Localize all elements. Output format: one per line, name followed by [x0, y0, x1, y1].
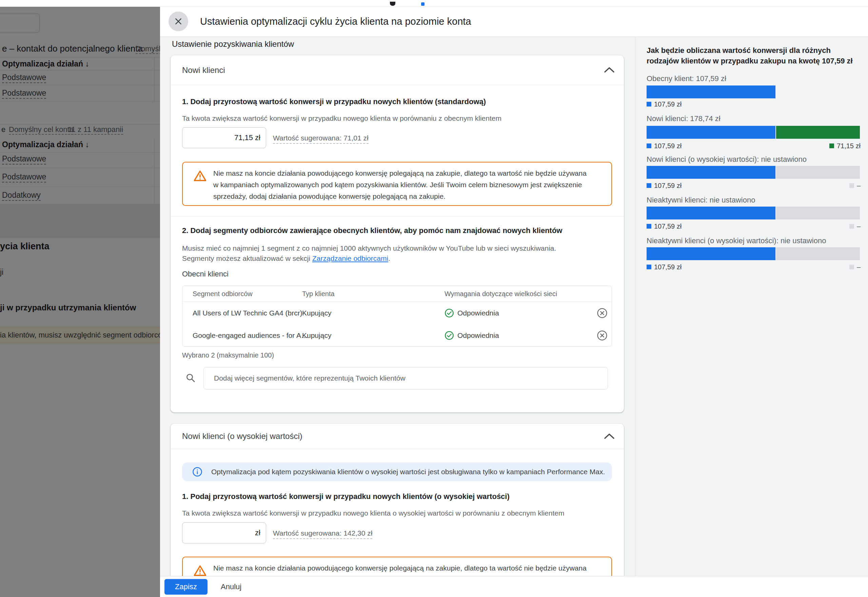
content-sidebar-divider — [635, 37, 635, 576]
table-row: All Users of LW Technic GA4 (brcr) Kupuj… — [182, 302, 612, 324]
hv-value-input[interactable]: zł — [182, 522, 266, 544]
bar-segment — [647, 126, 775, 139]
acquisition-section-heading: Ustawienie pozyskiwania klientów — [172, 39, 294, 49]
collapse-button[interactable] — [603, 65, 616, 75]
legend-value: 107,59 zł — [654, 263, 681, 271]
step2-description-period: . — [388, 254, 390, 262]
save-button[interactable]: Zapisz — [164, 579, 207, 595]
lifecycle-settings-dialog: Ustawienia optymalizacji cyklu życia kli… — [160, 6, 868, 597]
bar-segment — [647, 247, 775, 260]
col-header-network: Wymagania dotyczące wielkości sieci — [444, 286, 557, 302]
divider — [170, 85, 624, 85]
chevron-up-icon — [604, 433, 615, 440]
legend-swatch — [849, 264, 854, 269]
legend-value: – — [857, 182, 861, 190]
bar-segment — [647, 86, 775, 98]
sidebar-title: Jak będzie obliczana wartość konwersji d… — [647, 45, 859, 66]
legend-swatch — [647, 144, 651, 148]
conversion-value: 71,15 zł — [234, 128, 261, 148]
card-new-customers: Nowi klienci 1. Dodaj przyrostową wartoś… — [170, 55, 624, 413]
chart-label: Nowi klienci: 178,74 zł — [647, 114, 720, 123]
status-text: Odpowiednia — [458, 302, 499, 324]
legend-value: 107,59 zł — [654, 142, 681, 150]
card-title: Nowi klienci — [182, 55, 225, 85]
remove-icon — [597, 307, 607, 319]
segment-name: Google-engaged audiences - for A… — [193, 324, 308, 347]
section-divider — [170, 216, 624, 217]
search-icon — [185, 373, 196, 383]
chart-bar — [647, 166, 861, 179]
check-circle-icon — [444, 331, 454, 340]
manage-audiences-link[interactable]: Zarządzanie odbiorcami — [312, 254, 388, 262]
legend-swatch — [647, 264, 651, 269]
bar-segment — [776, 166, 860, 179]
network-status: Odpowiednia — [444, 302, 499, 324]
bar-segment — [776, 126, 860, 139]
customer-type: Kupujący — [302, 324, 331, 347]
legend-swatch — [849, 183, 854, 188]
hv-step1-title: 1. Podaj przyrostową wartość konwersji w… — [182, 492, 510, 501]
divider — [170, 449, 624, 449]
status-text: Odpowiednia — [458, 324, 499, 347]
legend-swatch — [849, 224, 854, 229]
warning-banner: Nie masz na koncie działania powodująceg… — [182, 162, 612, 206]
chevron-up-icon — [604, 67, 615, 73]
legend-swatch — [647, 183, 651, 188]
currency-suffix: zł — [255, 523, 261, 543]
chart-label: Nowi klienci (o wysokiej wartości): nie … — [647, 155, 807, 164]
bar-segment — [776, 206, 860, 220]
customer-type: Kupujący — [302, 302, 331, 324]
chart-legend: 107,59 zł – — [647, 223, 861, 230]
collapse-button[interactable] — [603, 431, 616, 441]
warning-icon — [194, 565, 206, 576]
cancel-button[interactable]: Anuluj — [216, 579, 246, 595]
step2-title: 2. Dodaj segmenty odbiorców zawierające … — [182, 226, 562, 235]
card-title: Nowi klienci (o wysokiej wartości) — [182, 424, 302, 449]
info-banner: Optymalizacja pod kątem pozyskiwania kli… — [182, 462, 612, 481]
background-page: e – kontakt do potencjalnego klienta Dom… — [0, 6, 160, 597]
col-header-segment: Segment odbiorców — [193, 286, 253, 302]
clipped-text-fragment — [390, 2, 395, 6]
hv-suggested-value-link[interactable]: Wartość sugerowana: 142,30 zł — [273, 529, 372, 539]
legend-value: 107,59 zł — [654, 223, 681, 230]
step1-title: 1. Dodaj przyrostową wartość konwersji w… — [182, 97, 486, 106]
chart-bar — [647, 206, 861, 220]
legend-value: 71,15 zł — [837, 142, 861, 150]
card-high-value-customers: Nowi klienci (o wysokiej wartości) Optym… — [170, 424, 624, 583]
modal-dim-overlay — [0, 6, 160, 597]
bar-segment — [776, 247, 860, 260]
segment-search-input[interactable] — [203, 367, 608, 389]
legend-value: 107,59 zł — [654, 100, 681, 108]
check-circle-icon — [444, 308, 454, 318]
chart-legend: 107,59 zł – — [647, 263, 861, 271]
selected-count: Wybrano 2 (maksymalnie 100) — [182, 351, 274, 359]
chart-bar — [647, 247, 861, 260]
warning-icon — [194, 170, 206, 181]
step1-description: Ta kwota zwiększa wartość konwersji w pr… — [182, 114, 501, 122]
top-strip — [0, 0, 868, 7]
info-icon — [192, 467, 202, 477]
legend-swatch — [829, 144, 834, 148]
remove-segment-button[interactable] — [597, 307, 607, 319]
conversion-value-input[interactable]: 71,15 zł — [182, 127, 266, 148]
suggested-value-link[interactable]: Wartość sugerowana: 71,01 zł — [273, 134, 369, 144]
warning-text: Nie masz na koncie działania powodująceg… — [213, 168, 593, 202]
remove-icon — [597, 330, 607, 341]
legend-value: 107,59 zł — [654, 182, 681, 190]
legend-value: – — [857, 263, 861, 271]
chart-legend: 107,59 zł – — [647, 182, 861, 189]
chart-label: Nieaktywni klienci: nie ustawiono — [647, 196, 755, 205]
bar-segment — [647, 206, 775, 220]
bar-segment — [647, 166, 775, 179]
network-status: Odpowiednia — [444, 324, 499, 347]
screen: e – kontakt do potencjalnego klienta Dom… — [0, 0, 868, 597]
remove-segment-button[interactable] — [597, 330, 607, 341]
table-row: Google-engaged audiences - for A… Kupują… — [182, 324, 612, 347]
chart-legend: 107,59 zł — [647, 100, 861, 108]
dialog-header: Ustawienia optymalizacji cyklu życia kli… — [160, 6, 868, 37]
info-text: Optymalizacja pod kątem pozyskiwania kli… — [211, 468, 605, 476]
close-button[interactable] — [169, 12, 188, 31]
hv-step1-description: Ta kwota zwiększa wartość konwersji w pr… — [182, 509, 564, 517]
segments-table: Segment odbiorców Typ klienta Wymagania … — [182, 286, 612, 347]
chart-label: Nieaktywni klienci (o wysokiej wartości)… — [647, 236, 826, 245]
